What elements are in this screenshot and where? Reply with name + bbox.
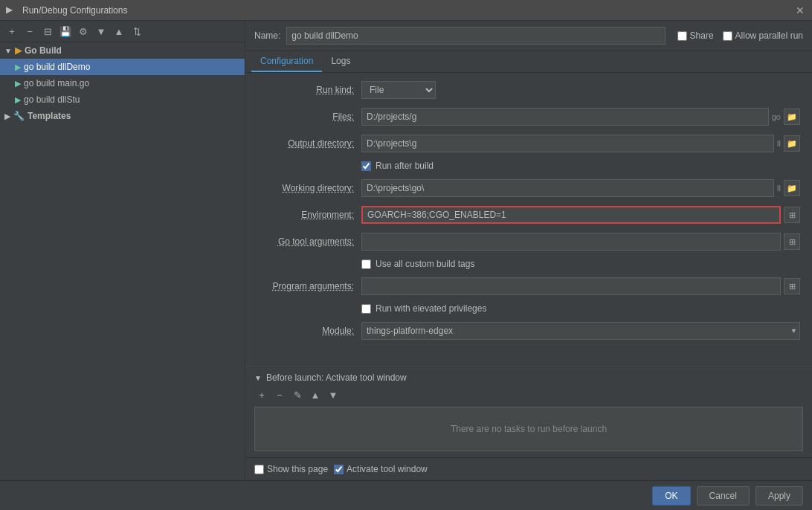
share-text: Share: [690, 30, 714, 41]
show-page-text: Show this page: [267, 464, 328, 474]
allow-parallel-checkbox[interactable]: [723, 31, 732, 41]
right-panel: Name: Share Allow parallel run Configura…: [245, 21, 812, 480]
output-dir-browse-button[interactable]: 📁: [784, 135, 800, 152]
before-launch-add-button[interactable]: +: [254, 387, 269, 402]
output-dir-label: Output directory:: [257, 138, 361, 149]
before-launch-empty-area: There are no tasks to run before launch: [254, 407, 803, 451]
working-dir-input[interactable]: [361, 179, 774, 197]
share-area: Share Allow parallel run: [677, 30, 803, 41]
output-dir-extra: ll: [777, 139, 781, 148]
output-dir-control: ll 📁: [361, 135, 800, 152]
run-after-build-label: Run after build: [376, 161, 434, 171]
elevated-privileges-row: Run with elevated privileges: [257, 303, 800, 314]
run-icon-dllstu: ▶: [15, 95, 21, 105]
program-args-row: Program arguments: ⊞: [257, 277, 800, 296]
tab-logs[interactable]: Logs: [322, 51, 359, 72]
go-tool-args-row: Go tool arguments: ⊞: [257, 232, 800, 251]
custom-tags-row: Use all custom build tags: [257, 259, 800, 269]
tab-configuration[interactable]: Configuration: [251, 51, 322, 72]
allow-parallel-label[interactable]: Allow parallel run: [723, 30, 803, 41]
tree-item-dllstu[interactable]: ▶ go build dllStu: [0, 91, 245, 108]
go-tool-args-input[interactable]: [361, 233, 781, 251]
working-dir-control: ll 📁: [361, 179, 800, 197]
apply-button[interactable]: Apply: [755, 486, 803, 506]
tree-item-dlldemo[interactable]: ▶ go build dllDemo: [0, 59, 245, 75]
before-launch-arrow-icon[interactable]: ▼: [254, 374, 262, 382]
go-build-folder-icon: ▶: [15, 45, 22, 56]
left-toolbar: + − ⊟ 💾 ⚙ ▼ ▲ ⇅: [0, 21, 245, 42]
show-page-label[interactable]: Show this page: [254, 464, 328, 474]
run-after-build-row: Run after build: [257, 161, 800, 171]
files-browse-button[interactable]: 📁: [784, 109, 800, 125]
tree-item-dlldemo-label: go build dllDemo: [24, 62, 90, 72]
before-launch-empty-text: There are no tasks to run before launch: [451, 424, 607, 434]
files-label: Files:: [257, 112, 361, 122]
share-label[interactable]: Share: [677, 30, 714, 41]
templates-group-label: Templates: [28, 111, 71, 121]
run-kind-control: File: [361, 81, 800, 99]
save-config-button[interactable]: 💾: [58, 24, 73, 39]
tree-item-maingo[interactable]: ▶ go build main.go: [0, 75, 245, 91]
arrow-down-button[interactable]: ▼: [94, 24, 109, 39]
program-args-label: Program arguments:: [257, 281, 361, 291]
program-args-control: ⊞: [361, 277, 800, 295]
share-checkbox[interactable]: [677, 31, 687, 41]
allow-parallel-text: Allow parallel run: [735, 30, 803, 41]
templates-group[interactable]: ▶ 🔧 Templates: [0, 108, 245, 124]
go-tool-args-label: Go tool arguments:: [257, 236, 361, 247]
activate-tool-window-checkbox[interactable]: [334, 465, 344, 474]
module-select[interactable]: things-platform-edgex: [361, 322, 800, 340]
title-bar-icon: ▶: [6, 4, 18, 16]
footer: OK Cancel Apply: [0, 480, 812, 510]
ok-button[interactable]: OK: [652, 486, 690, 506]
title-bar-title: Run/Debug Configurations: [22, 5, 790, 16]
before-launch-up-button[interactable]: ▲: [308, 387, 323, 402]
run-kind-select[interactable]: File: [361, 81, 436, 99]
module-select-wrapper: things-platform-edgex: [361, 322, 800, 340]
arrow-up-button[interactable]: ▲: [112, 24, 126, 39]
tabs: Configuration Logs: [245, 51, 812, 73]
program-args-expand-button[interactable]: ⊞: [784, 278, 800, 294]
before-launch-header: ▼ Before launch: Activate tool window: [254, 372, 803, 383]
run-after-build-checkbox[interactable]: [361, 161, 371, 171]
working-dir-row: Working directory: ll 📁: [257, 178, 800, 198]
before-launch-remove-button[interactable]: −: [272, 387, 287, 402]
tree-item-maingo-label: go build main.go: [24, 78, 89, 88]
working-dir-browse-button[interactable]: 📁: [784, 180, 800, 196]
sort-button[interactable]: ⇅: [129, 24, 144, 39]
working-dir-extra: ll: [777, 184, 781, 193]
environment-edit-button[interactable]: ⊞: [784, 207, 800, 223]
close-button[interactable]: ✕: [794, 4, 806, 16]
environment-input[interactable]: [361, 206, 781, 224]
settings-button[interactable]: ⚙: [76, 24, 91, 39]
elevated-privileges-checkbox[interactable]: [361, 304, 371, 314]
go-build-group[interactable]: ▼ ▶ Go Build: [0, 42, 245, 59]
before-launch-section: ▼ Before launch: Activate tool window + …: [245, 366, 812, 457]
show-page-checkbox[interactable]: [254, 465, 264, 474]
custom-tags-label: Use all custom build tags: [376, 259, 474, 269]
go-tool-args-control: ⊞: [361, 233, 800, 251]
files-extra: go: [772, 112, 781, 121]
copy-config-button[interactable]: ⊟: [40, 24, 55, 39]
activate-tool-window-label[interactable]: Activate tool window: [334, 464, 428, 474]
run-kind-row: Run kind: File: [257, 80, 800, 100]
run-kind-label: Run kind:: [257, 85, 361, 95]
files-input[interactable]: [361, 108, 769, 126]
before-launch-edit-button[interactable]: ✎: [290, 387, 305, 402]
name-input[interactable]: [286, 27, 665, 45]
working-dir-label: Working directory:: [257, 183, 361, 193]
remove-config-button[interactable]: −: [22, 24, 37, 39]
module-row: Module: things-platform-edgex: [257, 321, 800, 340]
add-config-button[interactable]: +: [4, 24, 19, 39]
go-build-arrow-icon: ▼: [4, 47, 12, 55]
custom-tags-checkbox[interactable]: [361, 259, 371, 269]
program-args-input[interactable]: [361, 277, 781, 295]
module-control: things-platform-edgex: [361, 322, 800, 340]
run-icon-dlldemo: ▶: [15, 62, 21, 72]
go-tool-args-expand-button[interactable]: ⊞: [784, 233, 800, 250]
cancel-button[interactable]: Cancel: [697, 486, 750, 506]
run-icon-maingo: ▶: [15, 79, 21, 88]
output-dir-input[interactable]: [361, 135, 774, 152]
environment-label: Environment:: [257, 210, 361, 220]
before-launch-down-button[interactable]: ▼: [326, 387, 341, 402]
